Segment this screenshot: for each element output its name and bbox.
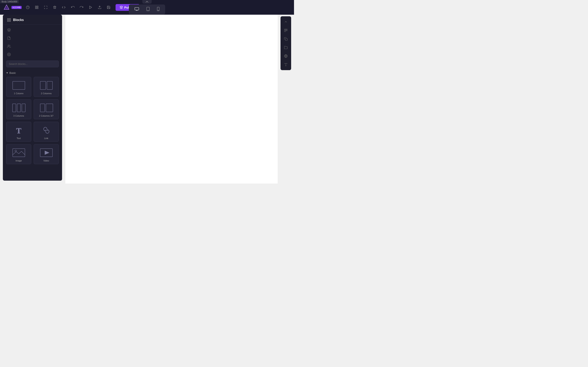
svg-point-21 xyxy=(8,45,9,46)
block-3-columns[interactable]: 3 Columns xyxy=(6,99,31,119)
device-toolbar-collapse[interactable] xyxy=(142,0,152,4)
svg-point-15 xyxy=(158,10,158,11)
block-3-columns-label: 3 Columns xyxy=(13,115,24,117)
svg-rect-19 xyxy=(9,20,11,22)
block-2-columns-37-label: 2 Columns 3/7 xyxy=(39,115,53,117)
mobile-view-button[interactable] xyxy=(155,6,161,13)
device-toolbar xyxy=(129,0,165,15)
svg-rect-16 xyxy=(8,18,9,20)
block-image-label: Image xyxy=(16,159,22,162)
right-panel-template-button[interactable] xyxy=(282,26,290,34)
undo-button[interactable] xyxy=(69,4,76,11)
block-text-label: Text xyxy=(17,137,21,140)
block-2-columns-label: 2 Columns xyxy=(41,92,52,95)
settings-icon-btn[interactable] xyxy=(5,51,13,58)
page-icon-btn[interactable] xyxy=(5,34,13,42)
svg-rect-6 xyxy=(37,8,38,9)
breadcrumb: Body 1440x900 xyxy=(0,0,19,3)
block-video[interactable]: Video xyxy=(34,144,59,164)
svg-rect-17 xyxy=(9,18,11,20)
upload-button[interactable] xyxy=(96,4,103,11)
play-button[interactable] xyxy=(87,4,94,11)
svg-text:T: T xyxy=(16,126,21,135)
right-panel xyxy=(281,16,291,70)
section-collapse-icon xyxy=(6,72,8,74)
svg-rect-26 xyxy=(47,81,52,90)
svg-rect-40 xyxy=(286,30,287,31)
svg-marker-1 xyxy=(5,6,8,9)
svg-rect-24 xyxy=(13,81,25,90)
svg-rect-41 xyxy=(285,39,287,41)
svg-marker-23 xyxy=(6,72,8,74)
block-text[interactable]: T Text xyxy=(6,122,31,142)
tablet-view-button[interactable] xyxy=(145,6,151,13)
right-panel-up-button[interactable] xyxy=(282,18,290,26)
svg-rect-18 xyxy=(8,20,9,22)
svg-rect-38 xyxy=(285,29,287,30)
svg-rect-29 xyxy=(22,104,25,112)
right-panel-folder-button[interactable] xyxy=(282,44,290,51)
redo-button[interactable] xyxy=(78,4,85,11)
block-link[interactable]: Link xyxy=(34,122,59,142)
svg-rect-4 xyxy=(37,6,38,7)
expand-button[interactable] xyxy=(42,4,49,11)
help-button[interactable] xyxy=(24,4,31,11)
basic-section-header[interactable]: Basic xyxy=(6,71,59,75)
svg-rect-30 xyxy=(40,104,45,112)
canvas-area xyxy=(65,15,278,184)
block-image[interactable]: Image xyxy=(6,144,31,164)
basic-section-label: Basic xyxy=(9,71,16,75)
blocks-content: Basic 1 Column 2 xyxy=(3,70,62,181)
block-1-column-label: 1 Column xyxy=(14,92,24,95)
logo xyxy=(3,4,10,11)
search-container xyxy=(3,58,62,70)
save-button[interactable] xyxy=(105,4,112,11)
svg-marker-37 xyxy=(45,151,49,155)
trash-button[interactable] xyxy=(51,4,58,11)
left-sidebar: Blocks xyxy=(3,15,62,181)
svg-point-22 xyxy=(9,54,9,55)
version-badge: v1.0.44b xyxy=(11,6,22,9)
code-button[interactable] xyxy=(60,4,67,11)
svg-rect-27 xyxy=(12,104,16,112)
svg-rect-39 xyxy=(285,30,285,32)
sidebar-title: Blocks xyxy=(13,18,24,22)
svg-rect-3 xyxy=(35,6,36,7)
blocks-grid: 1 Column 2 Columns xyxy=(6,77,59,164)
users-icon-btn[interactable] xyxy=(5,43,13,50)
svg-rect-5 xyxy=(35,8,36,9)
right-panel-text-button[interactable] xyxy=(282,61,290,68)
svg-rect-31 xyxy=(46,104,53,112)
block-2-columns-37[interactable]: 2 Columns 3/7 xyxy=(34,99,59,119)
svg-rect-25 xyxy=(40,81,46,90)
device-toolbar-main xyxy=(129,4,165,15)
block-link-label: Link xyxy=(44,137,48,140)
search-input[interactable] xyxy=(6,60,59,67)
sidebar-header: Blocks xyxy=(3,15,62,25)
svg-rect-28 xyxy=(17,104,21,112)
right-panel-copy-button[interactable] xyxy=(282,35,290,43)
svg-rect-9 xyxy=(135,8,139,10)
svg-point-2 xyxy=(26,6,29,9)
right-panel-globe-button[interactable] xyxy=(282,52,290,60)
svg-point-13 xyxy=(148,10,148,11)
block-1-column[interactable]: 1 Column xyxy=(6,77,31,97)
desktop-view-button[interactable] xyxy=(133,6,141,13)
block-2-columns[interactable]: 2 Columns xyxy=(34,77,59,97)
block-video-label: Video xyxy=(43,159,49,162)
svg-point-35 xyxy=(15,150,17,152)
svg-marker-20 xyxy=(8,29,11,30)
grid-button[interactable] xyxy=(33,4,40,11)
layers-icon-btn[interactable] xyxy=(5,26,13,34)
svg-marker-7 xyxy=(90,6,92,9)
blocks-icon xyxy=(7,18,11,22)
